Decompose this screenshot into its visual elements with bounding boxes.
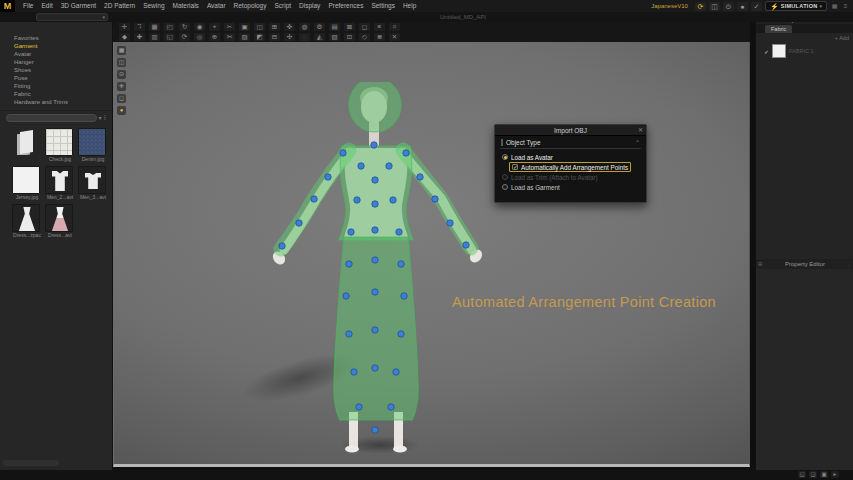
menu-item[interactable]: Help <box>399 0 420 12</box>
arrangement-point[interactable] <box>346 261 352 267</box>
tool-icon[interactable]: ◆ <box>119 33 130 41</box>
window-icon[interactable]: ▦ <box>830 2 839 10</box>
viewport-tool-icon[interactable]: ⊙ <box>117 70 126 79</box>
arrangement-point[interactable] <box>372 327 378 333</box>
tool-icon[interactable]: ⊠ <box>344 23 355 31</box>
tool-icon[interactable]: ▦ <box>149 23 160 31</box>
library-item[interactable] <box>12 128 42 162</box>
arrangement-point[interactable] <box>398 331 404 337</box>
library-item[interactable]: Jersey.jpg <box>12 166 42 200</box>
more-icon[interactable]: ⋮ <box>847 261 852 267</box>
library-folder[interactable]: Fitting <box>0 82 112 90</box>
arrangement-point[interactable] <box>346 331 352 337</box>
arrangement-point[interactable] <box>356 404 362 410</box>
arrangement-point[interactable] <box>311 196 317 202</box>
fabric-swatch[interactable] <box>772 44 786 58</box>
add-button[interactable]: + Add <box>835 35 849 41</box>
arrangement-point[interactable] <box>354 197 360 203</box>
option-control-icon[interactable] <box>512 164 518 170</box>
topbar-icon[interactable]: ● <box>737 2 748 11</box>
layout-icon[interactable]: ◲ <box>809 471 817 478</box>
option-control-icon[interactable] <box>502 154 508 160</box>
arrangement-point[interactable] <box>325 174 331 180</box>
tool-icon[interactable]: ▥ <box>149 33 160 41</box>
check-icon[interactable]: ✓ <box>764 48 769 55</box>
arrangement-point[interactable] <box>372 289 378 295</box>
menu-item[interactable]: Materials <box>169 0 203 12</box>
arrangement-point[interactable] <box>432 196 438 202</box>
arrangement-point[interactable] <box>372 427 378 433</box>
viewport-tool-icon[interactable]: ◫ <box>117 58 126 67</box>
tool-icon[interactable]: ≣ <box>374 33 385 41</box>
topbar-icon[interactable]: ⟳ <box>695 2 706 11</box>
tool-icon[interactable]: ⊕ <box>209 33 220 41</box>
tool-icon[interactable]: ◌ <box>299 33 310 41</box>
library-item[interactable]: Dress...avt <box>45 204 75 238</box>
arrangement-point[interactable] <box>358 163 364 169</box>
dialog-option[interactable]: Load as Trim (Attach to Avatar) <box>502 172 639 182</box>
library-item[interactable]: Dress...zpac <box>12 204 42 238</box>
viewport-tool-icon[interactable]: ✛ <box>117 82 126 91</box>
viewport-tool-icon[interactable]: ◻ <box>117 94 126 103</box>
arrangement-point[interactable] <box>296 220 302 226</box>
arrangement-point[interactable] <box>398 261 404 267</box>
tool-icon[interactable]: ◍ <box>299 23 310 31</box>
tool-icon[interactable]: ◫ <box>254 23 265 31</box>
viewport-tool-icon[interactable]: ▦ <box>117 46 126 55</box>
tool-icon[interactable]: ◩ <box>254 33 265 41</box>
layout-icon[interactable]: ▸ <box>831 471 839 478</box>
arrangement-point[interactable] <box>417 174 423 180</box>
chevron-down-icon[interactable]: ▾ <box>819 3 822 9</box>
fabric-list-item[interactable]: ✓ FABRIC 1 <box>756 42 853 60</box>
tool-icon[interactable]: ◉ <box>194 23 205 31</box>
library-item[interactable]: Check.jpg <box>45 128 75 162</box>
arrangement-point[interactable] <box>447 220 453 226</box>
dialog-section-header[interactable]: Object Type ⌃ <box>500 138 641 149</box>
arrangement-point[interactable] <box>372 257 378 263</box>
tool-icon[interactable]: ✄ <box>224 33 235 41</box>
menu-item[interactable]: Settings <box>367 0 399 12</box>
close-icon[interactable]: ✕ <box>638 126 643 133</box>
topbar-icon[interactable]: ◫ <box>709 2 720 11</box>
menu-item[interactable]: Avatar <box>203 0 230 12</box>
arrangement-point[interactable] <box>386 163 392 169</box>
menu-item[interactable]: Script <box>270 0 295 12</box>
tool-icon[interactable]: ✂ <box>224 23 235 31</box>
arrangement-point[interactable] <box>348 229 354 235</box>
tool-icon[interactable]: ✕ <box>389 33 400 41</box>
option-control-icon[interactable] <box>502 184 508 190</box>
avatar-model[interactable] <box>254 82 494 462</box>
arrangement-point[interactable] <box>396 229 402 235</box>
tool-icon[interactable]: ⊡ <box>344 33 355 41</box>
menu-item[interactable]: Sewing <box>139 0 168 12</box>
tool-icon[interactable]: ▨ <box>239 33 250 41</box>
library-folder[interactable]: Hanger <box>0 58 112 66</box>
tool-icon[interactable]: ⊞ <box>269 23 280 31</box>
library-item[interactable]: Men_2...avt <box>45 166 75 200</box>
dialog-option[interactable]: Automatically Add Arrangement Points <box>509 162 631 172</box>
tool-icon[interactable]: ⠹ <box>134 23 145 31</box>
tool-icon[interactable]: ◰ <box>164 23 175 31</box>
library-folder[interactable]: Hardware and Trims <box>0 98 112 106</box>
window-icon[interactable]: ≡ <box>841 2 850 10</box>
menu-item[interactable]: Preferences <box>324 0 367 12</box>
dialog-option[interactable]: Load as Avatar <box>502 152 639 162</box>
tool-icon[interactable]: ✚ <box>134 33 145 41</box>
simulation-button[interactable]: ⚡ SIMULATION ▾ <box>765 1 827 11</box>
tool-icon[interactable]: ≡ <box>374 23 385 31</box>
arrangement-point[interactable] <box>393 369 399 375</box>
arrangement-point[interactable] <box>279 243 285 249</box>
tool-icon[interactable]: ✛ <box>119 23 130 31</box>
tool-icon[interactable]: ⚙ <box>314 23 325 31</box>
arrangement-point[interactable] <box>371 142 377 148</box>
filter-icon[interactable]: ⠇ <box>104 114 108 122</box>
tab-fabric[interactable]: Fabric <box>765 25 792 33</box>
menu-item[interactable]: File <box>19 0 37 12</box>
library-folder[interactable]: Garment <box>0 42 112 50</box>
filter-icon[interactable]: ▾ <box>99 114 102 122</box>
topbar-icon[interactable]: ⊙ <box>723 2 734 11</box>
dialog-titlebar[interactable]: Import OBJ ✕ <box>495 125 646 136</box>
arrangement-point[interactable] <box>388 404 394 410</box>
library-folder[interactable]: Favorites <box>0 34 112 42</box>
tool-icon[interactable]: ⌗ <box>389 23 400 31</box>
